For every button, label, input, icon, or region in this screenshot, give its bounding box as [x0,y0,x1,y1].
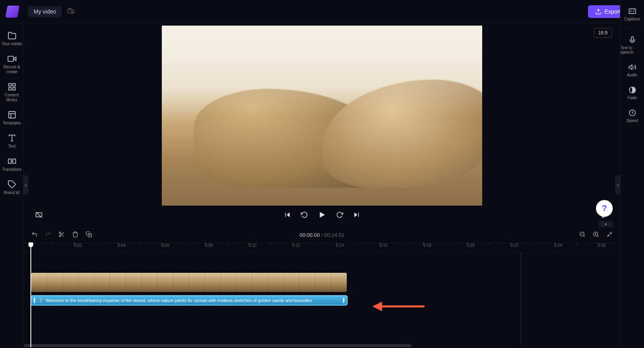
ruler-tick: 0:08 [205,243,213,248]
left-label: Templates [3,121,21,126]
fade-icon [628,86,636,94]
speed-icon [628,109,636,117]
rail-label: Captions [624,17,640,21]
left-content-library[interactable]: Content library [0,78,24,106]
duplicate-button[interactable] [86,231,92,239]
playhead[interactable] [30,243,31,347]
folder-icon [8,31,16,40]
time-ruler[interactable]: 00:020:040:060:080:100:120:140:160:180:2… [24,243,620,253]
ruler-tick: 0:24 [554,243,562,248]
preview-stage: 16:9 ‹ [24,23,620,227]
app-logo[interactable] [5,6,19,18]
svg-line-33 [62,235,64,236]
skip-forward-button[interactable] [353,211,360,218]
svg-rect-7 [8,56,13,62]
skip-back-button[interactable] [284,211,291,218]
svg-rect-2 [629,9,636,14]
svg-rect-17 [8,159,11,164]
playback-controls [24,210,620,219]
scrollbar-thumb[interactable] [24,344,411,347]
collapse-timeline-button[interactable]: ▾ [598,221,613,227]
svg-point-31 [59,235,61,237]
tts-audio-clip[interactable]: 🎙️ Welcome to the breathtaking expanse o… [30,295,348,306]
captions-off-icon[interactable] [35,211,42,218]
delete-button[interactable] [72,231,78,239]
export-label: Export [605,8,621,15]
left-templates[interactable]: Templates [0,106,24,130]
ruler-tick: 0:04 [118,243,125,248]
svg-marker-48 [372,302,382,311]
ruler-tick: 0:18 [423,243,431,248]
left-label: Brand kit [4,190,20,195]
ruler-tick: 0:14 [336,243,344,248]
clip-handle-right[interactable] [343,298,344,303]
svg-marker-23 [287,212,290,217]
left-label: Record & create [0,65,24,74]
rail-captions[interactable]: Captions [620,4,644,24]
zoom-out-button[interactable] [579,231,586,239]
left-text[interactable]: Text [0,130,24,153]
svg-marker-25 [320,212,325,218]
left-your-media[interactable]: Your media [0,27,24,50]
forward-button[interactable] [336,211,343,218]
templates-icon [8,110,16,119]
cloud-sync-icon[interactable] [67,7,74,16]
ruler-tick: 0:02 [74,243,82,248]
zoom-in-button[interactable] [593,231,599,239]
rail-label: Text to speech [620,46,644,54]
rail-fade[interactable]: Fade [620,83,644,103]
current-time: 00:00.00 [300,232,320,238]
svg-marker-3 [629,65,632,70]
brand-icon [8,180,16,189]
ruler-tick: 0:16 [380,243,387,248]
rail-label: Audio [627,73,638,77]
play-button[interactable] [318,210,326,219]
library-icon [8,82,16,91]
redo-button[interactable] [45,231,51,239]
left-label: Transitions [2,167,22,172]
tracks-area[interactable]: 🎙️ Welcome to the breathtaking expanse o… [24,253,620,348]
left-label: Text [8,144,15,149]
svg-rect-18 [12,159,15,164]
svg-rect-12 [8,112,15,118]
left-record-create[interactable]: Record & create [0,50,24,78]
help-button[interactable]: ? [596,200,613,217]
timecode: 00:00.00 / 00:14.51 [300,232,344,238]
project-title[interactable]: My video [28,6,62,17]
timeline-toolbar: 00:00.00 / 00:14.51 [24,227,620,243]
right-rail: Captions Text to speech Audio Fade Speed [620,0,644,348]
svg-rect-11 [12,88,15,90]
video-preview[interactable] [162,26,482,206]
zoom-fit-button[interactable] [606,231,613,239]
annotation-arrow [372,298,425,315]
rail-audio[interactable]: Audio [620,60,644,80]
duration: 00:14.51 [324,232,344,238]
ruler-tick: 0:20 [467,243,475,248]
video-clip[interactable] [30,272,348,293]
split-button[interactable] [58,231,65,239]
timeline: 00:00.00 / 00:14.51 00:020:040:060:080:1… [24,227,620,348]
ruler-tick: 0:22 [511,243,518,248]
rail-speed[interactable]: Speed [620,106,644,126]
undo-button[interactable] [31,231,38,239]
transitions-icon [8,157,16,166]
ruler-tick: 0:12 [292,243,300,248]
clip-end-marker [521,253,521,345]
rewind-button[interactable] [301,211,308,218]
left-label: Your media [2,42,22,46]
svg-line-45 [610,232,612,234]
expand-right-panel[interactable]: ‹ [615,175,621,195]
ruler-tick: 0:10 [249,243,256,248]
left-rail: Your media Record & create Content libra… [0,23,24,348]
rail-tts[interactable]: Text to speech [620,33,644,58]
svg-line-42 [597,236,598,237]
left-transitions[interactable]: Transitions [0,153,24,176]
horizontal-scrollbar[interactable] [24,344,620,347]
svg-line-0 [68,8,73,13]
clip-handle-left[interactable] [34,298,35,303]
aspect-ratio-button[interactable]: 16:9 [594,28,612,38]
rail-label: Fade [628,96,637,100]
audio-icon [628,63,636,71]
svg-rect-10 [8,88,11,90]
left-brand-kit[interactable]: Brand kit [0,176,24,199]
